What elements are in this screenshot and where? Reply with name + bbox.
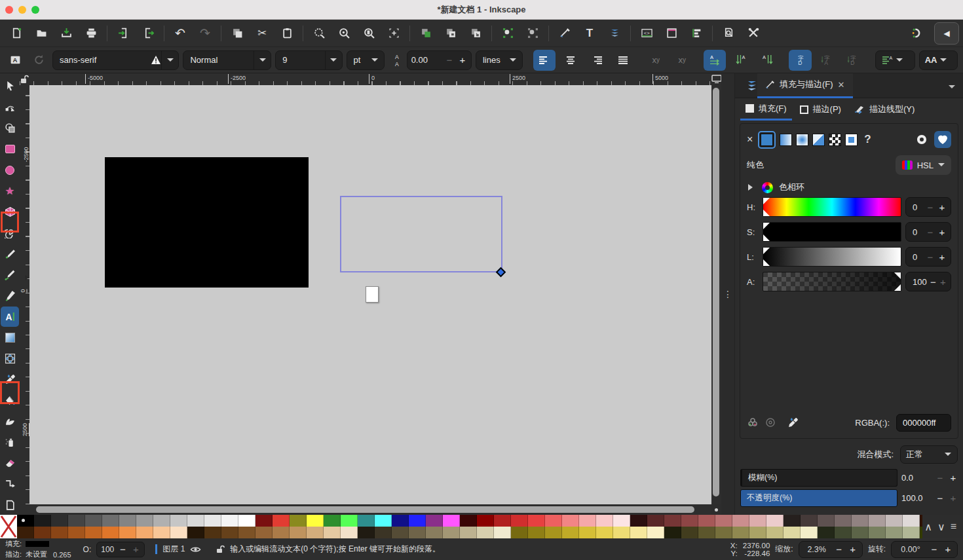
palette-swatch[interactable]: [238, 515, 255, 527]
palette-swatch[interactable]: [273, 527, 290, 538]
horizontal-ruler[interactable]: -5000 -2500 0 2500 5000: [20, 73, 721, 85]
palette-swatch[interactable]: [17, 527, 34, 538]
lightness-value-box[interactable]: 0 − +: [905, 247, 951, 267]
palette-swatch[interactable]: [34, 515, 51, 527]
palette-swatch[interactable]: [51, 515, 68, 527]
palette-swatch[interactable]: [392, 527, 409, 538]
subtab-stroke-style[interactable]: 描边线型(Y): [849, 98, 920, 121]
paste-button[interactable]: [274, 22, 299, 45]
box3d-tool[interactable]: [1, 202, 19, 222]
palette-swatch[interactable]: [341, 527, 358, 538]
palette-scroll-up-button[interactable]: ∧: [924, 521, 932, 533]
palette-swatch[interactable]: [187, 515, 204, 527]
horizontal-scrollbar[interactable]: [20, 505, 711, 515]
palette-swatch[interactable]: [426, 527, 443, 538]
palette-swatch[interactable]: [85, 527, 102, 538]
palette-swatch[interactable]: [102, 515, 119, 527]
fill-stroke-dialog-button[interactable]: [552, 22, 577, 45]
palette-swatch[interactable]: [375, 527, 392, 538]
color-model-dropdown[interactable]: HSL: [896, 155, 951, 175]
fill-radial-gradient-button[interactable]: [796, 134, 808, 146]
pick-color-dropper-icon[interactable]: [787, 417, 799, 428]
layer-visibility-eye-icon[interactable]: [190, 545, 201, 554]
paint-bucket-tool[interactable]: [1, 390, 19, 411]
node-tool[interactable]: [1, 97, 19, 117]
page-tool[interactable]: [1, 495, 19, 515]
palette-swatch[interactable]: [511, 527, 528, 538]
palette-swatch[interactable]: [852, 527, 869, 538]
calligraphy-tool[interactable]: [1, 286, 19, 306]
spiral-tool[interactable]: [1, 223, 19, 243]
zoom-window-button[interactable]: [31, 6, 39, 14]
palette-swatch[interactable]: [920, 515, 922, 527]
eraser-tool[interactable]: [1, 453, 19, 474]
text-tool[interactable]: A: [1, 307, 19, 327]
hue-slider[interactable]: [763, 197, 901, 217]
palette-swatch[interactable]: [255, 527, 273, 538]
opacity-value[interactable]: 100.0: [901, 493, 932, 503]
text-dialog-button[interactable]: T: [577, 22, 602, 45]
print-button[interactable]: [79, 22, 104, 45]
palette-swatch[interactable]: [204, 515, 221, 527]
object-opacity-spinner[interactable]: 100 − +: [96, 542, 145, 557]
palette-swatch[interactable]: [835, 527, 852, 538]
saturation-minus[interactable]: −: [926, 227, 935, 238]
palette-swatch[interactable]: [681, 515, 698, 527]
palette-swatch[interactable]: [119, 527, 136, 538]
palette-swatch[interactable]: [409, 527, 426, 538]
palette-swatch[interactable]: [528, 515, 545, 527]
lightness-slider[interactable]: [763, 247, 901, 267]
font-family-combo[interactable]: sans-serif: [52, 50, 179, 70]
layers-dialog-button[interactable]: [602, 22, 627, 45]
subscript-button[interactable]: xy: [671, 50, 693, 71]
align-dialog-button[interactable]: [684, 22, 709, 45]
spacing-unit-dropdown[interactable]: lines: [476, 50, 523, 70]
fill-flat-color-button[interactable]: [758, 131, 776, 149]
font-size-dropdown[interactable]: [325, 51, 342, 69]
cms-circle-icon[interactable]: [765, 417, 776, 428]
palette-swatch[interactable]: [290, 527, 307, 538]
palette-swatch[interactable]: [886, 515, 903, 527]
palette-menu-button[interactable]: ≡: [951, 521, 956, 532]
palette-swatch[interactable]: [766, 527, 784, 538]
palette-swatch[interactable]: [784, 515, 801, 527]
bezier-pen-tool[interactable]: [1, 265, 19, 285]
palette-swatch[interactable]: [341, 515, 358, 527]
close-tab-icon[interactable]: ✕: [838, 80, 845, 90]
palette-swatch[interactable]: [119, 515, 136, 527]
alpha-value-box[interactable]: 100 − +: [905, 272, 951, 291]
palette-swatch[interactable]: [273, 515, 290, 527]
shape-builder-tool[interactable]: [1, 118, 19, 138]
font-size-combo[interactable]: 9: [275, 50, 342, 70]
text-direction-dropdown[interactable]: A: [875, 50, 915, 70]
snap-toggle-button[interactable]: [904, 22, 929, 45]
palette-swatch[interactable]: [238, 527, 255, 538]
subtab-stroke-paint[interactable]: 描边(P): [795, 98, 846, 121]
new-document-button[interactable]: [4, 22, 29, 45]
palette-swatch[interactable]: [358, 527, 375, 538]
palette-swatch[interactable]: [290, 515, 307, 527]
import-button[interactable]: [111, 22, 136, 45]
minimize-window-button[interactable]: [18, 6, 26, 14]
palette-swatch[interactable]: [443, 515, 460, 527]
preferences-button[interactable]: [741, 22, 766, 45]
palette-swatch[interactable]: [528, 527, 545, 538]
group-button[interactable]: [495, 22, 520, 45]
font-selector-dialog-button[interactable]: A: [5, 49, 25, 71]
palette-swatch[interactable]: [170, 515, 187, 527]
palette-swatch[interactable]: [835, 515, 852, 527]
star-tool[interactable]: ★: [1, 181, 19, 201]
fill-rule-nonzero-button[interactable]: [934, 131, 951, 148]
selector-tool[interactable]: [1, 76, 19, 96]
fill-pattern-button[interactable]: [812, 134, 825, 146]
palette-swatch[interactable]: [715, 515, 732, 527]
palette-swatch[interactable]: [869, 515, 886, 527]
palette-swatch[interactable]: [801, 515, 818, 527]
alpha-slider[interactable]: [763, 272, 901, 291]
color-wheel-toggle-icon[interactable]: [747, 417, 759, 428]
palette-swatch[interactable]: [664, 527, 681, 538]
palette-swatch[interactable]: [562, 527, 579, 538]
palette-swatch[interactable]: [545, 527, 562, 538]
palette-swatch[interactable]: [221, 527, 238, 538]
palette-swatch[interactable]: [579, 527, 596, 538]
